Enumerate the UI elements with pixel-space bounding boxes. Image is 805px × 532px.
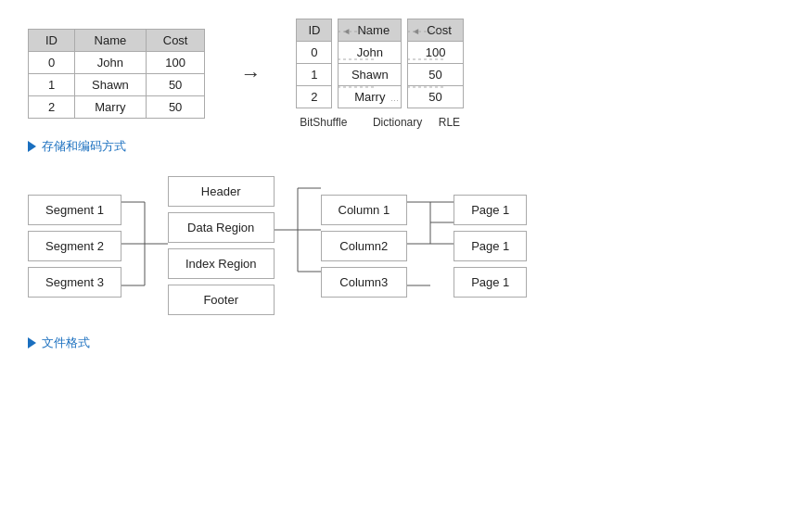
column-2: Column2 [321, 231, 408, 261]
segment-1: Segment 1 [28, 195, 121, 225]
orig-header-name: Name [75, 30, 147, 52]
orig-header-cost: Cost [146, 30, 205, 52]
column-group: Column 1 Column2 Column3 [321, 195, 408, 298]
table-row: 1 Shawn 50 [29, 74, 205, 96]
dictionary-label: Dictionary [373, 116, 422, 129]
page-group: Page 1 Page 1 Page 1 [454, 195, 527, 298]
col-header-id: ID [297, 19, 332, 42]
section2-label: 文件格式 [28, 335, 777, 351]
index-region: Index Region [168, 248, 275, 279]
column-1: Column 1 [321, 195, 408, 225]
segment-group: Segment 1 Segment 2 Segment 3 [28, 195, 121, 298]
page-1c: Page 1 [454, 267, 527, 298]
triangle-icon-2 [28, 337, 36, 348]
table-row: 2 Marry 50 [29, 96, 205, 119]
dashed-marker: ⋯ [390, 96, 399, 106]
region-group: Header Data Region Index Region Footer [168, 176, 275, 315]
footer-region: Footer [168, 285, 275, 315]
table-row: 0 John 100 [29, 52, 205, 74]
orig-header-id: ID [29, 30, 75, 52]
seg-to-region-connector [121, 185, 168, 306]
encoding-labels: BitShuffle Dictionary RLE [296, 116, 463, 129]
column-3: Column3 [321, 267, 408, 298]
original-table: ID Name Cost 0 John 100 1 Shawn 50 2 Mar… [28, 29, 205, 119]
arrow-icon: → [240, 62, 261, 86]
section1-label: 存储和编码方式 [28, 138, 777, 155]
triangle-icon-1 [28, 141, 36, 152]
header-region: Header [168, 176, 275, 207]
left-arrow-cost-icon: ◄ [411, 25, 420, 35]
bitshuffle-label: BitShuffle [300, 116, 347, 129]
col-to-page-connector [407, 185, 454, 306]
section1-text: 存储和编码方式 [42, 138, 126, 155]
file-format-diagram: Segment 1 Segment 2 Segment 3 Header Dat… [28, 171, 777, 320]
left-arrow-icon: ◄ [341, 25, 351, 35]
name-col-table: ◄ Name John Shawn Marry ⋯ [338, 19, 402, 108]
page-1a: Page 1 [454, 195, 527, 225]
col-header-cost: ◄ Cost [408, 19, 464, 42]
name-column-group: ◄ Name John Shawn Marry ⋯ [338, 19, 402, 108]
data-region: Data Region [168, 212, 275, 243]
section2-text: 文件格式 [42, 335, 90, 351]
columnar-tables: ID 0 1 2 ◄ Name [296, 19, 463, 108]
rle-label: RLE [439, 116, 460, 129]
region-to-col-connector [275, 171, 321, 320]
col-header-name: ◄ Name [339, 19, 402, 42]
page-1b: Page 1 [454, 231, 527, 261]
id-col-table: ID 0 1 2 [296, 19, 332, 108]
cost-col-table: ◄ Cost 100 50 50 [407, 19, 464, 108]
cost-column-group: ◄ Cost 100 50 50 [407, 19, 464, 108]
id-column-group: ID 0 1 2 [296, 19, 332, 108]
segment-3: Segment 3 [28, 267, 121, 298]
segment-2: Segment 2 [28, 231, 121, 261]
